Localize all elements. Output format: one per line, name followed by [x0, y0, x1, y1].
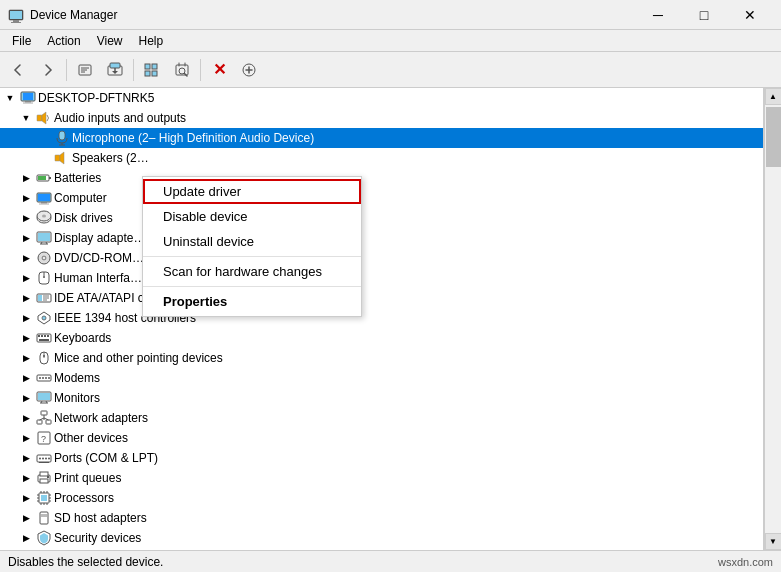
expand-print[interactable]: ▶ [18, 470, 34, 486]
tree-item-software[interactable]: ▶ Software devices [0, 548, 763, 550]
tree-item-audio[interactable]: ▼ Audio inputs and outputs [0, 108, 763, 128]
tree-item-speakers[interactable]: Speakers (2… [0, 148, 763, 168]
tree-item-monitors[interactable]: ▶ Monitors [0, 388, 763, 408]
expand-microphone[interactable] [36, 130, 52, 146]
svg-rect-76 [46, 420, 51, 424]
expand-batteries[interactable]: ▶ [18, 170, 34, 186]
scroll-thumb[interactable] [766, 107, 781, 167]
svg-rect-23 [37, 115, 42, 121]
print-icon [36, 470, 52, 486]
toolbar-show-hidden[interactable] [138, 56, 166, 84]
minimize-button[interactable]: ─ [635, 0, 681, 30]
expand-computer[interactable]: ▶ [18, 190, 34, 206]
toolbar-forward[interactable] [34, 56, 62, 84]
tree-root[interactable]: ▼ DESKTOP-DFTNRK5 [0, 88, 763, 108]
device-tree[interactable]: ▼ DESKTOP-DFTNRK5 ▼ Audio [0, 88, 764, 550]
tree-item-ports[interactable]: ▶ Ports (COM & LPT) [0, 448, 763, 468]
expand-root[interactable]: ▼ [2, 90, 18, 106]
ports-icon [36, 450, 52, 466]
expand-modems[interactable]: ▶ [18, 370, 34, 386]
menu-file[interactable]: File [4, 30, 39, 52]
svg-point-84 [42, 458, 44, 460]
audio-icon [36, 110, 52, 126]
tree-item-hid[interactable]: ▶ Human Interfa… [0, 268, 763, 288]
ctx-uninstall-label: Uninstall device [163, 234, 254, 249]
toolbar-update-driver[interactable] [101, 56, 129, 84]
tree-item-mice[interactable]: ▶ Mice and other pointing devices [0, 348, 763, 368]
mice-icon [36, 350, 52, 366]
toolbar-add[interactable] [235, 56, 263, 84]
svg-rect-50 [38, 295, 42, 301]
tree-item-security[interactable]: ▶ Security devices [0, 528, 763, 548]
menu-view[interactable]: View [89, 30, 131, 52]
tree-item-modems[interactable]: ▶ Modems [0, 368, 763, 388]
tree-item-display[interactable]: ▶ Display adapte… [0, 228, 763, 248]
tree-item-processors[interactable]: ▶ Proces [0, 488, 763, 508]
ctx-uninstall-device[interactable]: Uninstall device [143, 229, 361, 254]
ide-icon [36, 290, 52, 306]
disk-label: Disk drives [54, 211, 113, 225]
expand-sd[interactable]: ▶ [18, 510, 34, 526]
tree-item-print[interactable]: ▶ Print queues [0, 468, 763, 488]
tree-item-ieee[interactable]: ▶ IEEE 1394 host controllers [0, 308, 763, 328]
tree-item-ide[interactable]: ▶ IDE ATA/ATAPI controllers [0, 288, 763, 308]
tree-item-dvd[interactable]: ▶ DVD/CD-ROM… [0, 248, 763, 268]
close-button[interactable]: ✕ [727, 0, 773, 30]
toolbar-properties[interactable] [71, 56, 99, 84]
expand-network[interactable]: ▶ [18, 410, 34, 426]
svg-point-68 [48, 377, 50, 379]
expand-other[interactable]: ▶ [18, 430, 34, 446]
toolbar-scan[interactable] [168, 56, 196, 84]
speakers-icon [54, 150, 70, 166]
maximize-button[interactable]: □ [681, 0, 727, 30]
ctx-properties[interactable]: Properties [143, 289, 361, 314]
display-icon [36, 230, 52, 246]
expand-display[interactable]: ▶ [18, 230, 34, 246]
tree-item-disk[interactable]: ▶ Disk drives [0, 208, 763, 228]
svg-rect-13 [145, 71, 150, 76]
scroll-up-btn[interactable]: ▲ [765, 88, 782, 105]
svg-rect-75 [37, 420, 42, 424]
expand-keyboards[interactable]: ▶ [18, 330, 34, 346]
ctx-update-driver[interactable]: Update driver [143, 179, 361, 204]
ctx-disable-device[interactable]: Disable device [143, 204, 361, 229]
menu-action[interactable]: Action [39, 30, 88, 52]
sd-icon [36, 510, 52, 526]
expand-processors[interactable]: ▶ [18, 490, 34, 506]
context-menu: Update driver Disable device Uninstall d… [142, 176, 362, 317]
toolbar-separator-2 [133, 59, 134, 81]
tree-item-computer[interactable]: ▶ Computer [0, 188, 763, 208]
tree-item-batteries[interactable]: ▶ Batteries [0, 168, 763, 188]
svg-point-48 [43, 276, 45, 278]
toolbar-remove[interactable]: ✕ [205, 56, 233, 84]
svg-rect-93 [41, 495, 47, 501]
tree-item-microphone[interactable]: Microphone (2– High Definition Audio Dev… [0, 128, 763, 148]
tree-item-network[interactable]: ▶ Network adapters [0, 408, 763, 428]
tree-item-keyboards[interactable]: ▶ Keyboards [0, 328, 763, 348]
toolbar: ✕ [0, 52, 781, 88]
menu-help[interactable]: Help [131, 30, 172, 52]
expand-ieee[interactable]: ▶ [18, 310, 34, 326]
scroll-down-btn[interactable]: ▼ [765, 533, 782, 550]
expand-hid[interactable]: ▶ [18, 270, 34, 286]
svg-rect-29 [49, 177, 51, 179]
expand-dvd[interactable]: ▶ [18, 250, 34, 266]
expand-disk[interactable]: ▶ [18, 210, 34, 226]
expand-ports[interactable]: ▶ [18, 450, 34, 466]
toolbar-back[interactable] [4, 56, 32, 84]
expand-audio[interactable]: ▼ [18, 110, 34, 126]
watermark: wsxdn.com [718, 556, 773, 568]
ctx-scan-changes[interactable]: Scan for hardware changes [143, 259, 361, 284]
expand-security[interactable]: ▶ [18, 530, 34, 546]
expand-monitors[interactable]: ▶ [18, 390, 34, 406]
batteries-icon [36, 170, 52, 186]
expand-speakers[interactable] [36, 150, 52, 166]
expand-ide[interactable]: ▶ [18, 290, 34, 306]
scrollbar[interactable]: ▲ ▼ [764, 88, 781, 550]
tree-item-sd[interactable]: ▶ SD host adapters [0, 508, 763, 528]
svg-rect-74 [41, 411, 47, 415]
monitors-icon [36, 390, 52, 406]
window-controls: ─ □ ✕ [635, 0, 773, 30]
expand-mice[interactable]: ▶ [18, 350, 34, 366]
tree-item-other[interactable]: ▶ ? Other devices [0, 428, 763, 448]
